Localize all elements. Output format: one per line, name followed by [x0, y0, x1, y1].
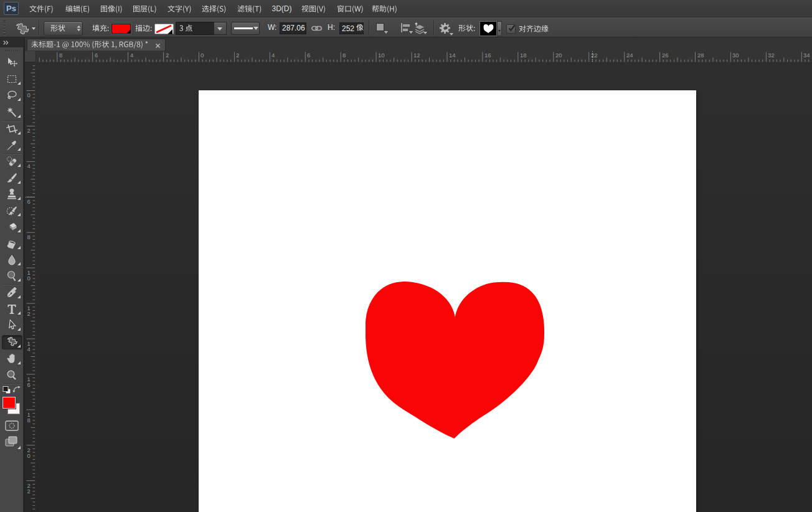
svg-text:2: 2 — [27, 488, 31, 495]
svg-text:6: 6 — [307, 52, 310, 59]
svg-text:24: 24 — [626, 52, 633, 59]
svg-text:12: 12 — [413, 52, 420, 59]
svg-text:8: 8 — [59, 52, 62, 59]
svg-text:2: 2 — [236, 52, 239, 59]
svg-text:2: 2 — [166, 52, 169, 59]
svg-text:6: 6 — [27, 381, 31, 388]
svg-text:6: 6 — [27, 198, 31, 205]
svg-text:0: 0 — [27, 452, 31, 459]
svg-text:2: 2 — [27, 310, 31, 317]
svg-text:8: 8 — [27, 417, 31, 424]
svg-text:30: 30 — [732, 52, 739, 59]
svg-text:6: 6 — [95, 52, 98, 59]
svg-text:34: 34 — [803, 52, 810, 59]
svg-text:16: 16 — [484, 52, 491, 59]
svg-text:32: 32 — [768, 52, 775, 59]
svg-text:4: 4 — [27, 346, 31, 353]
svg-text:0: 0 — [201, 52, 204, 59]
svg-text:10: 10 — [378, 52, 385, 59]
svg-text:28: 28 — [697, 52, 704, 59]
svg-text:18: 18 — [520, 52, 527, 59]
svg-text:4: 4 — [130, 52, 133, 59]
svg-text:4: 4 — [271, 52, 275, 59]
svg-text:20: 20 — [555, 52, 562, 59]
svg-text:4: 4 — [27, 163, 31, 169]
svg-text:26: 26 — [662, 52, 669, 59]
svg-text:14: 14 — [449, 52, 456, 59]
svg-text:2: 2 — [27, 127, 31, 134]
svg-text:0: 0 — [27, 275, 31, 282]
svg-text:8: 8 — [27, 234, 31, 240]
svg-text:8: 8 — [342, 52, 346, 59]
svg-text:0: 0 — [27, 92, 31, 98]
